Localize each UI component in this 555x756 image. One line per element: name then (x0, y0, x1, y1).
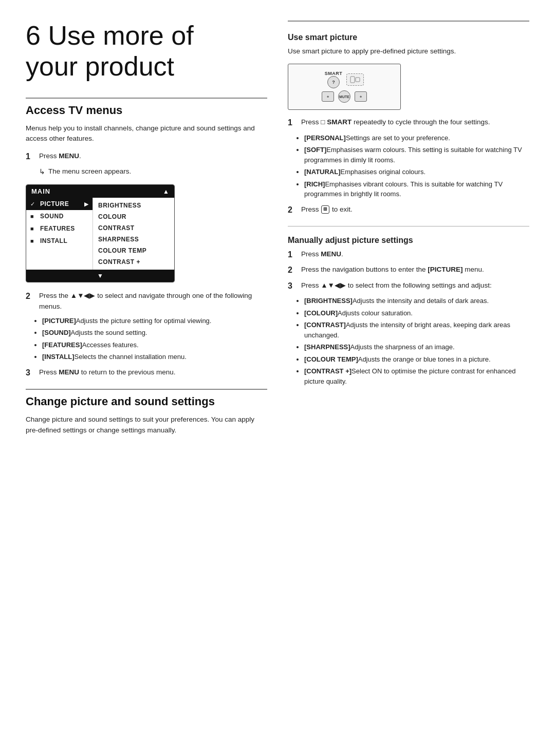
step-2-text: Press the ▲▼◀▶ to select and navigate th… (39, 292, 252, 310)
bullet-sound-bold: [SOUND] (42, 329, 71, 336)
chapter-number: 6 (26, 21, 41, 50)
sound-label: SOUND (40, 213, 64, 220)
bullet-sharpness: [SHARPNESS]Adjusts the sharpness of an i… (304, 342, 529, 352)
remote-top-row: SMART ? (325, 71, 364, 88)
smart-label: SMART ? (325, 71, 343, 88)
change-picture-heading: Change picture and sound settings (26, 389, 267, 408)
step-3: 3 Press MENU to return to the previous m… (26, 367, 267, 379)
access-tv-section: Access TV menus Menus help you to instal… (26, 98, 267, 379)
smart-step-2-num: 2 (288, 204, 297, 216)
menu-header: MAIN ▲ (26, 185, 174, 198)
square-icon-sound: ■ (30, 213, 38, 219)
bullet-picture-bold: [PICTURE] (42, 317, 76, 325)
right-column: Use smart picture Use smart picture to a… (288, 21, 529, 446)
submenu-brightness: BRIGHTNESS (98, 200, 169, 211)
step-3-num: 3 (26, 367, 35, 379)
bullet-sound: [SOUND]Adjusts the sound setting. (42, 328, 267, 338)
step-2-bullets: [PICTURE]Adjusts the picture setting for… (42, 316, 267, 362)
menu-item-sound: ■ SOUND (26, 210, 92, 222)
manual-step-1: 1 Press MENU. (288, 249, 529, 260)
checkmark-icon: ✓ (30, 201, 38, 207)
manual-step-2-bold: [PICTURE] (428, 266, 462, 273)
manual-bullets: [BRIGHTNESS]Adjusts the intensity and de… (304, 296, 529, 386)
bullet-personal-bold: [PERSONAL] (304, 134, 346, 142)
smart-bullets: [PERSONAL]Settings are set to your prefe… (304, 133, 529, 199)
smart-step-1: 1 Press □ SMART repeatedly to cycle thro… (288, 117, 529, 128)
bullet-soft-bold: [SOFT] (304, 146, 326, 154)
bullet-soft: [SOFT]Emphasises warm colours. This sett… (304, 145, 529, 165)
manual-step-2: 2 Press the navigation buttons to enter … (288, 264, 529, 276)
smart-step-2: 2 Press ⊞ to exit. (288, 204, 529, 216)
picture-arrow-icon: ▶ (84, 201, 88, 207)
square-icon-features: ■ (30, 225, 38, 232)
menu-down-arrow-icon: ▼ (97, 272, 103, 279)
step-1-bold: MENU (59, 152, 79, 160)
bullet-personal: [PERSONAL]Settings are set to your prefe… (304, 133, 529, 143)
bullet-colour-temp-bold: [COLOUR TEMP] (304, 355, 358, 363)
step-2: 2 Press the ▲▼◀▶ to select and navigate … (26, 291, 267, 312)
access-tv-heading: Access TV menus (26, 98, 267, 117)
smart-picture-intro: Use smart picture to apply pre-defined p… (288, 46, 529, 56)
menu-right-col: BRIGHTNESS COLOUR CONTRAST SHARPNESS COL… (93, 198, 174, 270)
change-picture-section: Change picture and sound settings Change… (26, 389, 267, 436)
manual-step-1-bold: MENU (321, 250, 341, 258)
bullet-brightness: [BRIGHTNESS]Adjusts the intensity and de… (304, 296, 529, 306)
bullet-colour: [COLOUR]Adjusts colour saturation. (304, 308, 529, 318)
bullet-picture: [PICTURE]Adjusts the picture setting for… (42, 316, 267, 326)
dotted-button (346, 73, 364, 86)
bullet-contrast-bold: [CONTRAST] (304, 321, 346, 329)
smart-picture-image: SMART ? + MUTE + (288, 64, 401, 110)
picture-label: PICTURE (40, 200, 69, 207)
bullet-contrast-plus-bold: [CONTRAST +] (304, 367, 351, 375)
smart-bold: SMART (327, 118, 351, 126)
menu-body: ✓ PICTURE ▶ ■ SOUND ■ FEATURES (26, 198, 174, 270)
arrow-indent-1: ↳ The menu screen appears. (39, 166, 267, 177)
tv-menu-box: MAIN ▲ ✓ PICTURE ▶ ■ SOUND (26, 184, 175, 282)
features-label: FEATURES (40, 225, 75, 232)
submenu-contrast-plus: CONTRAST + (98, 256, 169, 268)
menu-item-picture: ✓ PICTURE ▶ (26, 198, 92, 210)
submenu-sharpness: SHARPNESS (98, 234, 169, 245)
menu-header-title: MAIN (31, 187, 50, 195)
bullet-natural-bold: [NATURAL] (304, 168, 341, 176)
bullet-contrast-plus: [CONTRAST +]Select ON to optimise the pi… (304, 366, 529, 386)
step-1-content: Press MENU. (39, 151, 81, 161)
svg-rect-1 (356, 78, 360, 82)
bullet-rich: [RICH]Emphasises vibrant colours. This i… (304, 179, 529, 199)
manually-adjust-section: Manually adjust picture settings 1 Press… (288, 232, 529, 386)
arrow-text: The menu screen appears. (48, 166, 131, 177)
install-label: INSTALL (40, 237, 67, 244)
smart-step-1-content: Press □ SMART repeatedly to cycle throug… (301, 117, 490, 127)
menu-footer: ▼ (26, 270, 174, 282)
bullet-natural: [NATURAL]Emphasises original colours. (304, 167, 529, 177)
arrow-symbol: ↳ (39, 166, 45, 177)
square-icon-install: ■ (30, 238, 38, 244)
bullet-features-bold: [FEATURES] (42, 341, 82, 349)
section-divider (288, 226, 529, 226)
page-layout: 6 Use more of your product Access TV men… (26, 21, 529, 446)
plus-button-left: + (322, 91, 334, 102)
step-1: 1 Press MENU. (26, 151, 267, 162)
chapter-title-text: Use more of your product (26, 21, 194, 81)
smart-step-1-num: 1 (288, 117, 297, 128)
bullet-contrast: [CONTRAST]Adjusts the intensity of brigh… (304, 320, 529, 340)
menu-up-arrow-icon: ▲ (163, 188, 169, 195)
manual-step-2-num: 2 (288, 264, 297, 276)
step-2-content: Press the ▲▼◀▶ to select and navigate th… (39, 291, 267, 312)
bullet-brightness-bold: [BRIGHTNESS] (304, 297, 353, 305)
step-3-content: Press MENU to return to the previous men… (39, 367, 176, 377)
smart-picture-heading: Use smart picture (288, 29, 529, 42)
step-2-num: 2 (26, 291, 35, 302)
smart-picture-section: Use smart picture Use smart picture to a… (288, 29, 529, 216)
manual-step-3-num: 3 (288, 280, 297, 292)
smart-step-2-content: Press ⊞ to exit. (301, 204, 353, 215)
step-3-bold: MENU (59, 368, 79, 376)
menu-item-install: ■ INSTALL (26, 235, 92, 247)
submenu-colour-temp: COLOUR TEMP (98, 245, 169, 256)
step-1-num: 1 (26, 151, 35, 162)
bullet-rich-bold: [RICH] (304, 180, 325, 188)
change-picture-intro: Change picture and sound settings to sui… (26, 414, 267, 436)
bullet-colour-bold: [COLOUR] (304, 309, 338, 317)
remote-bottom-row: + MUTE + (322, 90, 367, 103)
manual-step-3-content: Press ▲▼◀▶ to select from the following … (301, 280, 492, 291)
